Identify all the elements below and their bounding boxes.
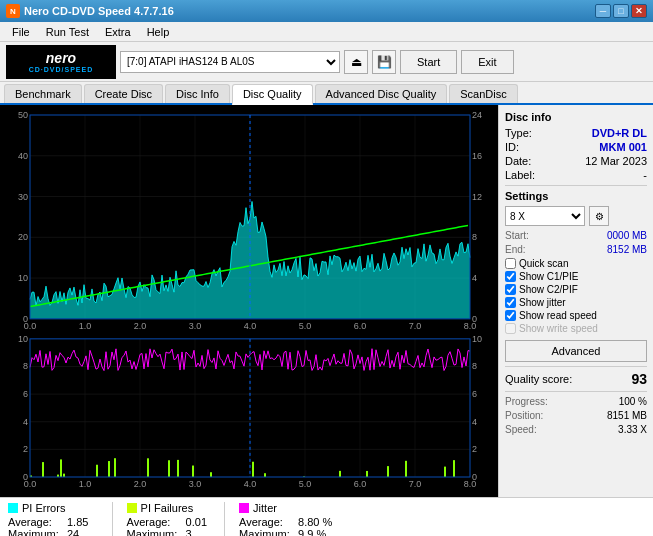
menu-help[interactable]: Help [139,24,178,40]
tab-create-disc[interactable]: Create Disc [84,84,163,103]
show-c1pie-row: Show C1/PIE [505,271,647,282]
jitter-avg-row: Average: 8.80 % [239,516,332,528]
pi-failures-max-val: 3 [186,528,192,536]
divider-3 [505,391,647,392]
tab-benchmark[interactable]: Benchmark [4,84,82,103]
progress-label: Progress: [505,396,548,407]
show-jitter-row: Show jitter [505,297,647,308]
quick-scan-label: Quick scan [519,258,568,269]
menu-extra[interactable]: Extra [97,24,139,40]
pi-failures-avg-val: 0.01 [186,516,207,528]
tab-disc-quality[interactable]: Disc Quality [232,84,313,105]
toolbar: nero CD·DVD/SPEED [7:0] ATAPI iHAS124 B … [0,42,653,82]
show-c1pie-label: Show C1/PIE [519,271,578,282]
stat-divider-2 [224,502,225,536]
show-c2pif-checkbox[interactable] [505,284,516,295]
jitter-max-label: Maximum: [239,528,294,536]
tab-disc-info[interactable]: Disc Info [165,84,230,103]
device-select[interactable]: [7:0] ATAPI iHAS124 B AL0S [120,51,340,73]
label-label: Label: [505,169,535,181]
show-read-speed-checkbox[interactable] [505,310,516,321]
quality-score-row: Quality score: 93 [505,371,647,387]
speed-display-value: 3.33 X [618,424,647,435]
settings-icon-btn[interactable]: ⚙ [589,206,609,226]
pi-errors-dot [8,503,18,513]
position-row: Position: 8151 MB [505,410,647,421]
speed-display-row: Speed: 3.33 X [505,424,647,435]
tabs: Benchmark Create Disc Disc Info Disc Qua… [0,82,653,105]
pi-failures-title: PI Failures [141,502,194,514]
date-label: Date: [505,155,531,167]
title-bar-left: N Nero CD-DVD Speed 4.7.7.16 [6,4,174,18]
pi-errors-avg-row: Average: 1.85 [8,516,98,528]
menu-run-test[interactable]: Run Test [38,24,97,40]
stat-divider-1 [112,502,113,536]
right-panel: Disc info Type: DVD+R DL ID: MKM 001 Dat… [498,105,653,497]
pi-errors-max-label: Maximum: [8,528,63,536]
pi-failures-avg-row: Average: 0.01 [127,516,210,528]
show-jitter-label: Show jitter [519,297,566,308]
jitter-col: Jitter Average: 8.80 % Maximum: 9.9 % PO… [239,502,332,536]
menu-file[interactable]: File [4,24,38,40]
end-field-value: 8152 MB [607,244,647,255]
pi-errors-title: PI Errors [22,502,65,514]
pi-errors-max-val: 24 [67,528,79,536]
pi-errors-col: PI Errors Average: 1.85 Maximum: 24 Tota… [8,502,98,536]
logo: nero CD·DVD/SPEED [6,45,116,79]
app-icon: N [6,4,20,18]
tab-scan-disc[interactable]: ScanDisc [449,84,517,103]
speed-row: 8 X ⚙ [505,206,647,226]
jitter-max-val: 9.9 % [298,528,326,536]
exit-button[interactable]: Exit [461,50,513,74]
label-row: Label: - [505,169,647,181]
speed-select[interactable]: 8 X [505,206,585,226]
pi-failures-col: PI Failures Average: 0.01 Maximum: 3 Tot… [127,502,210,536]
pi-failures-max-label: Maximum: [127,528,182,536]
chart-area [0,105,498,497]
tab-advanced-disc-quality[interactable]: Advanced Disc Quality [315,84,448,103]
jitter-title: Jitter [253,502,277,514]
date-value: 12 Mar 2023 [585,155,647,167]
quality-score-label: Quality score: [505,373,572,385]
start-button[interactable]: Start [400,50,457,74]
quick-scan-checkbox[interactable] [505,258,516,269]
show-write-speed-row: Show write speed [505,323,647,334]
pi-failures-header: PI Failures [127,502,210,514]
start-field-value: 0000 MB [607,230,647,241]
main-content: Disc info Type: DVD+R DL ID: MKM 001 Dat… [0,105,653,497]
jitter-avg-val: 8.80 % [298,516,332,528]
progress-row: Progress: 100 % [505,396,647,407]
speed-display-label: Speed: [505,424,537,435]
quick-scan-row: Quick scan [505,258,647,269]
jitter-max-row: Maximum: 9.9 % [239,528,332,536]
show-jitter-checkbox[interactable] [505,297,516,308]
menu-bar: File Run Test Extra Help [0,22,653,42]
show-c1pie-checkbox[interactable] [505,271,516,282]
settings-title: Settings [505,190,647,202]
pi-errors-avg-val: 1.85 [67,516,88,528]
id-value: MKM 001 [599,141,647,153]
progress-value: 100 % [619,396,647,407]
maximize-button[interactable]: □ [613,4,629,18]
divider-2 [505,366,647,367]
end-field-row: End: 8152 MB [505,244,647,255]
show-c2pif-label: Show C2/PIF [519,284,578,295]
divider-1 [505,185,647,186]
jitter-header: Jitter [239,502,332,514]
disc-info-title: Disc info [505,111,647,123]
minimize-button[interactable]: ─ [595,4,611,18]
logo-text: nero [29,50,94,66]
id-row: ID: MKM 001 [505,141,647,153]
save-icon-btn[interactable]: 💾 [372,50,396,74]
type-label: Type: [505,127,532,139]
advanced-button[interactable]: Advanced [505,340,647,362]
show-read-speed-label: Show read speed [519,310,597,321]
pi-failures-max-row: Maximum: 3 [127,528,210,536]
eject-icon-btn[interactable]: ⏏ [344,50,368,74]
show-read-speed-row: Show read speed [505,310,647,321]
start-field-row: Start: 0000 MB [505,230,647,241]
close-button[interactable]: ✕ [631,4,647,18]
show-write-speed-checkbox[interactable] [505,323,516,334]
jitter-dot [239,503,249,513]
pi-failures-dot [127,503,137,513]
